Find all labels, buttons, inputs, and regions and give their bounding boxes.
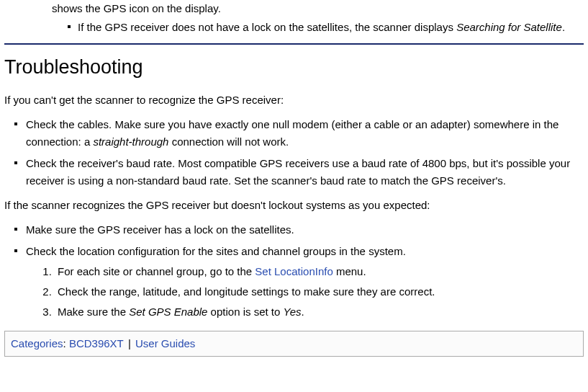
step-italic2: Yes (284, 306, 302, 318)
step-mid: option is set to (207, 306, 283, 318)
link-category-user-guides[interactable]: User Guides (135, 337, 195, 349)
intro-paragraph-1: If you can't get the scanner to recogniz… (4, 92, 584, 109)
step-item: Check the range, latitude, and longitude… (55, 283, 581, 300)
sub-bullet-text: If the GPS receiver does not have a lock… (78, 21, 456, 33)
item-italic: straight-through (93, 135, 168, 148)
fragment-sublist: If the GPS receiver does not have a lock… (52, 19, 584, 36)
list-item: Check the cables. Make sure you have exa… (19, 116, 581, 151)
step-text: For each site or channel group, go to th… (58, 265, 255, 277)
item-text: Check the receiver's baud rate. Most com… (26, 157, 570, 187)
categories-box: Categories: BCD396XT | User Guides (4, 331, 584, 357)
separator: | (124, 337, 135, 349)
colon: : (63, 337, 69, 349)
step-item: For each site or channel group, go to th… (55, 263, 581, 280)
item-text: Make sure the GPS receiver has a lock on… (26, 223, 294, 236)
step-text: Check the range, latitude, and longitude… (58, 285, 435, 298)
item-suffix: connection will not work. (168, 135, 289, 148)
troubleshoot-list-1: Check the cables. Make sure you have exa… (4, 116, 584, 190)
step-suffix: menu. (333, 265, 366, 277)
sub-bullet-suffix: . (562, 21, 565, 33)
step-item: Make sure the Set GPS Enable option is s… (55, 303, 581, 321)
fragment-text: shows the GPS icon on the display. (52, 0, 584, 17)
link-category-bcd396xt[interactable]: BCD396XT (69, 337, 124, 349)
fragment-previous-section: shows the GPS icon on the display. If th… (4, 0, 584, 45)
intro-paragraph-2: If the scanner recognizes the GPS receiv… (4, 197, 584, 214)
step-text: Make sure the (58, 306, 129, 318)
list-item: Check the location configuration for the… (19, 243, 581, 321)
heading-troubleshooting: Troubleshooting (4, 52, 584, 83)
step-italic: Set GPS Enable (129, 306, 207, 318)
sub-bullet-italic: Searching for Satellite (456, 21, 562, 33)
link-categories[interactable]: Categories (11, 337, 63, 349)
item-text: Check the location configuration for the… (26, 245, 406, 257)
steps-list: For each site or channel group, go to th… (26, 263, 581, 321)
link-set-locationinfo[interactable]: Set LocationInfo (255, 265, 333, 277)
list-item: Check the receiver's baud rate. Most com… (19, 155, 581, 190)
step-suffix: . (302, 306, 304, 318)
fragment-sub-bullet: If the GPS receiver does not have a lock… (78, 19, 578, 36)
list-item: Make sure the GPS receiver has a lock on… (19, 221, 581, 239)
troubleshoot-list-2: Make sure the GPS receiver has a lock on… (4, 221, 584, 321)
